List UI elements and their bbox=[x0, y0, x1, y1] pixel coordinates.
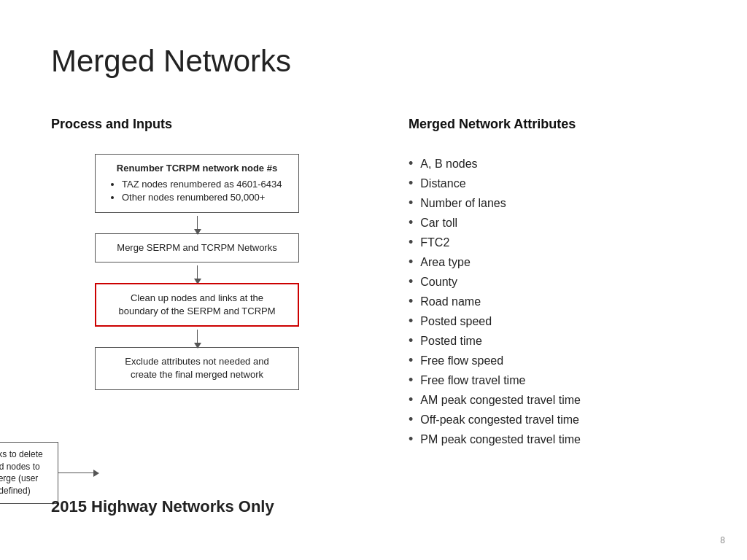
side-box: Links to delete and nodes to merge (user… bbox=[0, 442, 58, 504]
right-section: Merged Network Attributes A, B nodesDist… bbox=[409, 117, 729, 449]
arrow-2 bbox=[95, 262, 299, 283]
side-arrow bbox=[58, 472, 95, 473]
attribute-item-4: FTC2 bbox=[409, 233, 729, 252]
flow-diagram: Renumber TCRPM network node #s TAZ nodes… bbox=[51, 154, 401, 390]
flow-box-3-line2: boundary of the SERPM and TCRPM bbox=[118, 306, 275, 316]
attribute-item-5: Area type bbox=[409, 252, 729, 272]
flow-box-1-bullet-2: Other nodes renumbered 50,000+ bbox=[122, 191, 287, 204]
flow-box-4-line2: create the final merged network bbox=[131, 369, 263, 380]
flow-box-1: Renumber TCRPM network node #s TAZ nodes… bbox=[95, 154, 299, 213]
side-box-container: Links to delete and nodes to merge (user… bbox=[0, 442, 95, 504]
flow-box-3-line1: Clean up nodes and links at the bbox=[131, 292, 263, 303]
flow-box-2: Merge SERPM and TCRPM Networks bbox=[95, 233, 299, 262]
attribute-item-0: A, B nodes bbox=[409, 154, 729, 174]
flow-box-1-title: Renumber TCRPM network node #s bbox=[117, 163, 277, 174]
arrow-line-2 bbox=[197, 265, 198, 280]
page-title: Merged Networks bbox=[51, 44, 291, 79]
arrow-line-1 bbox=[197, 216, 198, 230]
flow-box-1-bullet-1: TAZ nodes renumbered as 4601-6434 bbox=[122, 178, 287, 191]
attribute-item-3: Car toll bbox=[409, 213, 729, 233]
arrow-3 bbox=[95, 327, 299, 347]
flow-box-4: Exclude attributes not needed and create… bbox=[95, 347, 299, 389]
attribute-item-9: Posted time bbox=[409, 331, 729, 351]
attribute-item-13: Off-peak congested travel time bbox=[409, 410, 729, 429]
left-section: Process and Inputs Renumber TCRPM networ… bbox=[51, 117, 401, 390]
attribute-item-1: Distance bbox=[409, 174, 729, 193]
attribute-item-6: County bbox=[409, 272, 729, 292]
flow-box-3: Clean up nodes and links at the boundary… bbox=[95, 283, 299, 327]
left-section-title: Process and Inputs bbox=[51, 117, 401, 132]
flow-diagram-inner: Renumber TCRPM network node #s TAZ nodes… bbox=[95, 154, 401, 390]
right-section-title: Merged Network Attributes bbox=[409, 117, 729, 132]
attribute-item-11: Free flow travel time bbox=[409, 370, 729, 390]
attributes-list: A, B nodesDistanceNumber of lanesCar tol… bbox=[409, 154, 729, 449]
attribute-item-10: Free flow speed bbox=[409, 351, 729, 370]
attribute-item-8: Posted speed bbox=[409, 311, 729, 331]
attribute-item-14: PM peak congested travel time bbox=[409, 429, 729, 449]
flow-box-3-container: Clean up nodes and links at the boundary… bbox=[95, 283, 401, 327]
arrow-line-3 bbox=[197, 330, 198, 344]
attribute-item-2: Number of lanes bbox=[409, 193, 729, 213]
attribute-item-12: AM peak congested travel time bbox=[409, 390, 729, 410]
flow-box-4-line1: Exclude attributes not needed and bbox=[125, 356, 268, 367]
page-number: 8 bbox=[720, 535, 725, 545]
attribute-item-7: Road name bbox=[409, 292, 729, 311]
arrow-1 bbox=[95, 213, 299, 233]
bottom-note: 2015 Highway Networks Only bbox=[51, 497, 274, 516]
